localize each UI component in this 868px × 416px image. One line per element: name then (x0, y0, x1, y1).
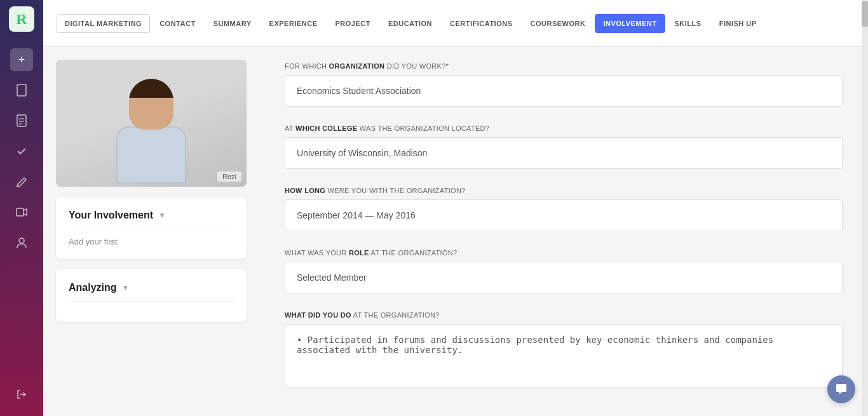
analyzing-dropdown-arrow[interactable]: ▼ (122, 283, 130, 292)
duration-input[interactable] (285, 199, 843, 231)
top-navigation: DIGITAL MARKETING CONTACT SUMMARY EXPERI… (43, 0, 868, 47)
college-input[interactable] (285, 137, 843, 169)
nav-project[interactable]: PROJECT (327, 14, 378, 33)
logo[interactable]: R (9, 6, 34, 32)
nav-involvement[interactable]: INVOLVEMENT (595, 14, 665, 33)
nav-education[interactable]: EDUCATION (380, 14, 440, 33)
right-panel: FOR WHICH ORGANIZATION DID YOU WORK?* AT… (259, 47, 868, 416)
nav-summary[interactable]: SUMMARY (205, 14, 260, 33)
scrollbar-thumb[interactable] (862, 1, 868, 27)
left-panel: Rezi Your Involvement ▼ Add your first A… (43, 47, 259, 416)
svg-rect-5 (17, 208, 24, 216)
description-textarea[interactable]: • Participated in forums and discussions… (285, 324, 843, 387)
svg-rect-0 (17, 84, 26, 96)
profile-photo-container[interactable]: Rezi (56, 60, 247, 187)
duration-field-group: HOW LONG WERE YOU WITH THE ORGANIZATION? (285, 187, 843, 231)
duration-label: HOW LONG WERE YOU WITH THE ORGANIZATION? (285, 187, 843, 194)
add-icon[interactable]: + (10, 48, 33, 71)
involvement-dropdown-arrow[interactable]: ▼ (158, 211, 166, 220)
scrollbar-track (862, 0, 868, 416)
role-field-group: WHAT WAS YOUR ROLE AT THE ORGANIZATION? (285, 249, 843, 293)
video-icon[interactable] (10, 201, 33, 224)
nav-contact[interactable]: CONTACT (151, 14, 203, 33)
nav-skills[interactable]: SKILLS (667, 14, 710, 33)
organization-label: FOR WHICH ORGANIZATION DID YOU WORK?* (285, 62, 843, 70)
organization-input[interactable] (285, 75, 843, 107)
nav-digital-marketing[interactable]: DIGITAL MARKETING (57, 14, 150, 33)
organization-field-group: FOR WHICH ORGANIZATION DID YOU WORK?* (285, 62, 843, 107)
svg-point-6 (19, 238, 24, 243)
involvement-card-title: Your Involvement ▼ (69, 210, 234, 221)
nav-experience[interactable]: EXPERIENCE (261, 14, 326, 33)
description-label: WHAT DID YOU DO AT THE ORGANIZATION? (285, 311, 843, 319)
content-area: Rezi Your Involvement ▼ Add your first A… (43, 47, 868, 416)
rezi-badge: Rezi (217, 171, 241, 182)
involvement-card-subtitle: Add your first (69, 237, 234, 246)
analyzing-card: Analyzing ▼ (56, 269, 247, 322)
nav-coursework[interactable]: COURSEWORK (522, 14, 594, 33)
analyzing-card-title: Analyzing ▼ (69, 282, 234, 293)
nav-finish-up[interactable]: FINISH UP (711, 14, 765, 33)
college-field-group: AT WHICH COLLEGE WAS THE ORGANIZATION LO… (285, 124, 843, 169)
edit-icon[interactable] (10, 170, 33, 193)
role-input[interactable] (285, 262, 843, 293)
svg-rect-1 (17, 115, 26, 126)
role-label: WHAT WAS YOUR ROLE AT THE ORGANIZATION? (285, 249, 843, 257)
chat-button[interactable] (827, 375, 855, 403)
logout-icon[interactable] (10, 383, 33, 406)
college-label: AT WHICH COLLEGE WAS THE ORGANIZATION LO… (285, 124, 843, 132)
document2-icon[interactable] (10, 109, 33, 132)
sidebar: R + (0, 0, 43, 416)
document1-icon[interactable] (10, 79, 33, 102)
description-field-group: WHAT DID YOU DO AT THE ORGANIZATION? • P… (285, 311, 843, 390)
main-area: DIGITAL MARKETING CONTACT SUMMARY EXPERI… (43, 0, 868, 416)
involvement-card: Your Involvement ▼ Add your first (56, 197, 247, 259)
nav-certifications[interactable]: CERTIFICATIONS (442, 14, 520, 33)
checklist-icon[interactable] (10, 140, 33, 163)
person-icon[interactable] (10, 231, 33, 254)
